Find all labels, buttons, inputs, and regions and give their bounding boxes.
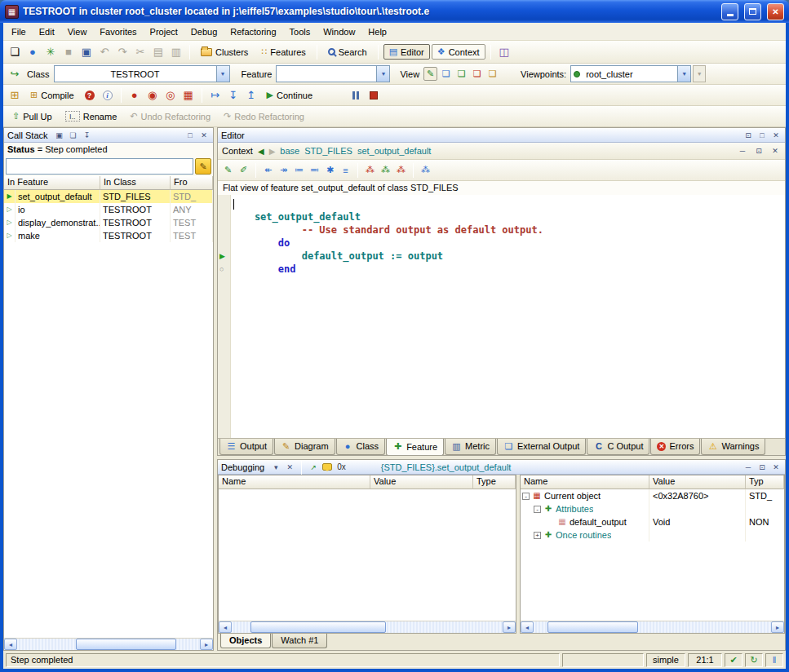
float-tool-icon[interactable]: ⊡: [742, 130, 754, 140]
breadcrumb-feature[interactable]: set_output_default: [357, 146, 432, 156]
call-stack-row[interactable]: ▷ make TESTROOT TEST: [4, 229, 213, 242]
homonyms-icon[interactable]: ⁂: [419, 163, 432, 177]
scroll-right-arrow[interactable]: ▸: [200, 639, 213, 650]
step-out-icon[interactable]: ↥: [243, 87, 259, 104]
menu-window[interactable]: Window: [317, 24, 361, 39]
context-tool-button[interactable]: ❖ Context: [432, 44, 485, 60]
edit-feature-icon[interactable]: ✎: [221, 163, 235, 177]
go-to-execution-point-icon[interactable]: ↗: [308, 462, 319, 472]
close-tool-icon[interactable]: ✕: [198, 130, 210, 140]
expander-icon[interactable]: -: [522, 493, 530, 500]
scroll-left-arrow[interactable]: ◂: [219, 621, 232, 633]
scroll-track[interactable]: [534, 621, 771, 633]
editor-gutter[interactable]: ▶ ○: [218, 195, 231, 438]
title-bar[interactable]: ▦ TESTROOT in cluster root_cluster locat…: [0, 0, 789, 23]
scroll-left-arrow[interactable]: ◂: [4, 639, 17, 650]
minimize-tool-icon[interactable]: ─: [742, 462, 754, 472]
open-project-icon[interactable]: ●: [24, 44, 41, 60]
disable-breakpoints-icon[interactable]: ◎: [162, 87, 179, 104]
breadcrumb-cluster[interactable]: base: [280, 146, 299, 156]
close-tool-icon[interactable]: ✕: [769, 146, 781, 157]
column-type[interactable]: Typ: [746, 475, 784, 489]
minimize-button[interactable]: [721, 3, 738, 20]
column-in-class[interactable]: In Class: [100, 176, 171, 190]
hex-toggle[interactable]: 0x: [337, 462, 346, 471]
menu-tools[interactable]: Tools: [283, 24, 317, 39]
expander-icon[interactable]: -: [534, 506, 541, 513]
minimize-tool-icon[interactable]: ─: [737, 146, 748, 157]
scroll-thumb[interactable]: [76, 639, 176, 650]
object-tree-row[interactable]: ▦ default_output Void NON: [521, 515, 784, 528]
new-item-icon[interactable]: ✳: [42, 44, 59, 60]
descendants-icon[interactable]: ⁂: [379, 163, 392, 177]
close-tool-icon[interactable]: ✕: [770, 462, 782, 472]
objects-table-body[interactable]: - ▦ Current object <0x32A8760> STD_: [521, 489, 784, 621]
menu-file[interactable]: File: [5, 24, 33, 39]
restore-tool-icon[interactable]: ⊡: [756, 462, 768, 472]
menu-favorites[interactable]: Favorites: [93, 24, 143, 39]
object-tree-row[interactable]: + ✚ Once routines: [521, 528, 784, 542]
code-line[interactable]: default_output := output: [231, 250, 785, 263]
column-type[interactable]: Type: [473, 475, 516, 489]
code-line[interactable]: -- Use standard output as default output…: [231, 223, 785, 237]
column-value[interactable]: Value: [649, 475, 746, 489]
maximize-tool-icon[interactable]: □: [756, 130, 768, 140]
call-stack-row[interactable]: ▷ io TESTROOT ANY: [4, 203, 213, 216]
scroll-right-arrow[interactable]: ▸: [771, 621, 784, 633]
close-tool-icon[interactable]: ✕: [770, 130, 782, 140]
pause-button[interactable]: [348, 87, 364, 104]
editor-tool-button[interactable]: ▤ Editor: [383, 44, 430, 60]
save-call-stack-icon[interactable]: ▣: [54, 130, 65, 140]
tab-c-output[interactable]: CC Output: [587, 439, 649, 455]
flat-view-icon[interactable]: ❏: [454, 67, 468, 81]
open-in-window-icon[interactable]: ❏: [68, 130, 79, 140]
menu-debug[interactable]: Debug: [184, 24, 224, 39]
tab-output[interactable]: ☰Output: [219, 439, 273, 455]
pull-up-button[interactable]: ⇧ Pull Up: [7, 108, 58, 124]
maximize-tool-icon[interactable]: □: [184, 130, 196, 140]
debug-question-icon[interactable]: ?: [82, 87, 98, 104]
column-value[interactable]: Value: [370, 475, 473, 489]
scroll-left-arrow[interactable]: ◂: [521, 621, 534, 633]
scroll-thumb[interactable]: [547, 621, 638, 633]
expression-icon[interactable]: [321, 462, 333, 472]
chevron-down-icon[interactable]: ▼: [677, 66, 690, 82]
clusters-button[interactable]: Clusters: [195, 45, 254, 60]
rename-button[interactable]: I.. Rename: [60, 108, 123, 124]
step-into-icon[interactable]: ↧: [225, 87, 242, 104]
object-tree-row[interactable]: - ✚ Attributes: [521, 502, 784, 515]
scroll-right-arrow[interactable]: ▸: [503, 621, 516, 633]
implementers-icon[interactable]: ≡: [339, 163, 352, 177]
tab-watch-1[interactable]: Watch #1: [272, 634, 327, 648]
chevron-down-icon[interactable]: ▼: [376, 66, 389, 82]
breakpoint-slot-icon[interactable]: ○: [219, 263, 224, 276]
feature-combobox[interactable]: ▼: [276, 65, 390, 82]
menu-project[interactable]: Project: [144, 24, 184, 39]
search-button[interactable]: Search: [322, 45, 373, 60]
stop-button[interactable]: [366, 87, 382, 104]
code-line[interactable]: set_output_default: [231, 210, 785, 223]
chevron-down-icon[interactable]: ▾: [270, 462, 281, 472]
code-area[interactable]: ▶ ○ set_output_default -- Use standard o…: [218, 195, 785, 438]
open-in-new-editor-icon[interactable]: ✐: [237, 163, 250, 177]
tab-errors[interactable]: ✕Errors: [650, 439, 700, 455]
code-lines[interactable]: set_output_default -- Use standard outpu…: [231, 195, 785, 438]
features-button[interactable]: ∷ Features: [255, 44, 311, 60]
continue-button[interactable]: ▶ Continue: [261, 87, 319, 103]
class-combobox[interactable]: TESTROOT ▼: [54, 65, 230, 82]
code-line[interactable]: [231, 197, 785, 210]
close-tool-icon[interactable]: ✕: [284, 462, 295, 472]
scroll-track[interactable]: [17, 639, 200, 650]
viewpoints-combobox[interactable]: root_cluster ▼: [570, 65, 691, 82]
restore-tool-icon[interactable]: ⊡: [753, 146, 765, 157]
assignees-icon[interactable]: ≕: [308, 163, 321, 177]
menu-refactoring[interactable]: Refactoring: [224, 24, 282, 39]
contract-view-icon[interactable]: ❏: [470, 67, 484, 81]
clickable-view-icon[interactable]: ❏: [439, 67, 453, 81]
expander-icon[interactable]: +: [534, 532, 541, 539]
watch-hscrollbar[interactable]: ◂ ▸: [219, 621, 516, 633]
maximize-button[interactable]: [744, 3, 761, 20]
melt-icon[interactable]: ⊞: [7, 87, 23, 104]
export-icon[interactable]: ↧: [82, 130, 93, 140]
ancestors-icon[interactable]: ⁂: [363, 163, 377, 177]
